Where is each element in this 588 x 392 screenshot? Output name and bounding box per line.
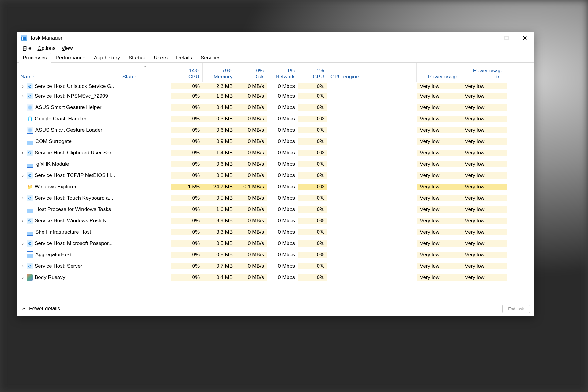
col-power[interactable]: Power usage (417, 63, 462, 82)
end-task-button[interactable]: End task (502, 305, 530, 313)
power-trend-cell: Very low (462, 240, 507, 247)
expander-icon[interactable]: › (21, 218, 25, 224)
app-icon (21, 35, 27, 41)
expander-icon[interactable]: › (21, 172, 25, 179)
menu-view[interactable]: View (58, 44, 76, 53)
gpu-cell: 0% (298, 83, 327, 89)
table-row[interactable]: › ⚙ Service Host: Microsoft Passpor... 0… (17, 238, 534, 249)
power-trend-cell: Very low (462, 83, 507, 89)
table-row[interactable]: › ⚙ Service Host: Unistack Service G... … (17, 82, 534, 90)
col-disk[interactable]: 0%Disk (236, 63, 267, 82)
cpu-cell: 0% (171, 93, 203, 99)
col-gpu-engine[interactable]: GPU engine (327, 63, 417, 82)
gear-icon: ⚙ (27, 263, 33, 269)
process-name: Service Host: Windows Push No... (35, 218, 114, 224)
cpu-cell: 0% (171, 274, 203, 281)
process-name-cell: › ⚙ Service Host: TCP/IP NetBIOS H... (17, 172, 119, 179)
table-row[interactable]: › ⚙ Service Host: Clipboard User Ser... … (17, 147, 534, 158)
close-button[interactable] (516, 32, 534, 44)
memory-cell: 0.5 MB (203, 195, 236, 201)
cpu-cell: 0% (171, 127, 203, 133)
disk-cell: 0 MB/s (236, 252, 267, 258)
disk-cell: 0 MB/s (236, 138, 267, 145)
process-name-cell: › Body Rusavy (17, 274, 119, 281)
power-trend-cell: Very low (462, 218, 507, 224)
expander-icon[interactable]: › (21, 263, 25, 269)
gpu-cell: 0% (298, 93, 327, 99)
folder-icon: 📁 (27, 184, 33, 190)
table-row[interactable]: AggregatorHost 0% 0.5 MB 0 MB/s 0 Mbps 0… (17, 249, 534, 260)
disk-cell: 0 MB/s (236, 195, 267, 201)
table-row[interactable]: Shell Infrastructure Host 0% 3.3 MB 0 MB… (17, 226, 534, 238)
process-grid[interactable]: › ⚙ Service Host: Unistack Service G... … (17, 82, 534, 300)
menu-options[interactable]: Options (34, 44, 58, 53)
expander-icon[interactable]: › (21, 195, 25, 201)
gear-icon: ⚙ (27, 150, 33, 156)
power-cell: Very low (417, 127, 462, 133)
expander-icon[interactable]: › (21, 93, 25, 99)
col-name[interactable]: Name (17, 63, 119, 82)
process-name: Shell Infrastructure Host (35, 229, 91, 235)
titlebar[interactable]: Task Manager (17, 32, 534, 44)
power-trend-cell: Very low (462, 206, 507, 213)
power-trend-cell: Very low (462, 150, 507, 156)
disk-cell: 0 MB/s (236, 150, 267, 156)
memory-cell: 0.3 MB (203, 116, 236, 122)
tab-performance[interactable]: Performance (51, 53, 89, 62)
window-icon (27, 229, 33, 236)
tab-app-history[interactable]: App history (90, 53, 124, 62)
table-row[interactable]: Host Process for Windows Tasks 0% 1.6 MB… (17, 204, 534, 215)
col-status[interactable]: ⌄Status (119, 63, 171, 82)
chevron-down-icon: ⌄ (144, 64, 147, 68)
expander-icon[interactable]: › (21, 240, 25, 247)
memory-cell: 0.4 MB (203, 104, 236, 111)
table-row[interactable]: › ⚙ Service Host: TCP/IP NetBIOS H... 0%… (17, 170, 534, 181)
power-trend-cell: Very low (462, 161, 507, 167)
process-name-cell: › ⚙ Service Host: Clipboard User Ser... (17, 150, 119, 156)
app-icon (27, 274, 33, 281)
table-row[interactable]: ASUS Smart Gesture Loader 0% 0.6 MB 0 MB… (17, 124, 534, 136)
table-row[interactable]: › ⚙ Service Host: Server 0% 0.7 MB 0 MB/… (17, 260, 534, 272)
table-row[interactable]: 📁 Windows Explorer 1.5% 24.7 MB 0.1 MB/s… (17, 181, 534, 192)
table-row[interactable]: › ⚙ Service Host: NPSMSvc_72909 0% 1.8 M… (17, 90, 534, 102)
expander-icon[interactable]: › (21, 274, 25, 281)
menu-file[interactable]: File (20, 44, 34, 53)
table-row[interactable]: ASUS Smart Gesture Helper 0% 0.4 MB 0 MB… (17, 102, 534, 113)
power-cell: Very low (417, 172, 462, 179)
gpu-cell: 0% (298, 161, 327, 167)
network-cell: 0 Mbps (267, 252, 298, 258)
cpu-cell: 0% (171, 252, 203, 258)
table-row[interactable]: › Body Rusavy 0% 0.4 MB 0 MB/s 0 Mbps 0%… (17, 272, 534, 283)
expander-icon[interactable]: › (21, 83, 25, 89)
gpu-cell: 0% (298, 240, 327, 247)
footer: Fewer details End task (17, 300, 534, 317)
table-row[interactable]: › ⚙ Service Host: Windows Push No... 0% … (17, 215, 534, 226)
memory-cell: 0.6 MB (203, 127, 236, 133)
tab-processes[interactable]: Processes (19, 53, 51, 63)
network-cell: 0 Mbps (267, 274, 298, 281)
col-memory[interactable]: 79%Memory (203, 63, 236, 82)
col-network[interactable]: 1%Network (267, 63, 298, 82)
expander-icon[interactable]: › (21, 150, 25, 156)
tab-users[interactable]: Users (150, 53, 172, 62)
table-row[interactable]: › ⚙ Service Host: Touch Keyboard a... 0%… (17, 192, 534, 204)
power-cell: Very low (417, 206, 462, 213)
col-gpu[interactable]: 1%GPU (298, 63, 327, 82)
col-cpu[interactable]: 14%CPU (171, 63, 203, 82)
minimize-button[interactable] (479, 32, 497, 44)
network-cell: 0 Mbps (267, 127, 298, 133)
app-icon (27, 127, 33, 134)
power-trend-cell: Very low (462, 93, 507, 99)
table-row[interactable]: COM Surrogate 0% 0.9 MB 0 MB/s 0 Mbps 0%… (17, 136, 534, 147)
fewer-details-button[interactable]: Fewer details (22, 306, 60, 312)
maximize-button[interactable] (497, 32, 516, 44)
table-row[interactable]: 🌐 Google Crash Handler 0% 0.3 MB 0 MB/s … (17, 113, 534, 124)
table-row[interactable]: igfxHK Module 0% 0.6 MB 0 MB/s 0 Mbps 0%… (17, 158, 534, 170)
tab-details[interactable]: Details (172, 53, 196, 62)
tab-services[interactable]: Services (197, 53, 224, 62)
tab-startup[interactable]: Startup (125, 53, 149, 62)
col-power-trend[interactable]: Power usage tr... (462, 63, 507, 82)
cpu-cell: 0% (171, 116, 203, 122)
disk-cell: 0 MB/s (236, 206, 267, 213)
memory-cell: 24.7 MB (203, 184, 236, 190)
